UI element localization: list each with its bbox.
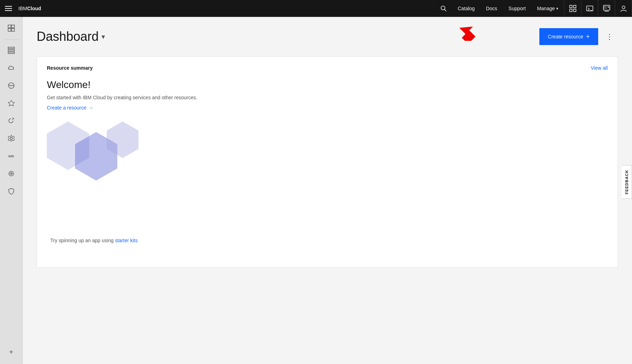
svg-point-3 [441, 6, 445, 10]
search-button[interactable] [435, 0, 452, 17]
more-options-button[interactable]: ⋮ [601, 28, 618, 45]
manage-chevron-icon: ▾ [556, 6, 558, 11]
svg-rect-25 [8, 52, 14, 54]
app-switcher-button[interactable] [564, 0, 581, 17]
docs-link[interactable]: Docs [480, 0, 503, 17]
starter-kits-text: Try spinning up an app using starter kit… [50, 238, 608, 243]
page-title: Dashboard [37, 29, 99, 44]
svg-rect-21 [8, 29, 11, 31]
sidebar: vm + [0, 17, 23, 364]
sidebar-item-dashboard[interactable] [3, 20, 20, 37]
sidebar-item-security[interactable] [3, 183, 20, 200]
top-navigation: IBM Cloud Catalog Docs Support Manage ▾ [0, 0, 632, 17]
hex-illustration [47, 118, 138, 188]
svg-rect-1 [5, 8, 12, 9]
svg-rect-8 [574, 9, 576, 12]
svg-rect-9 [587, 6, 593, 11]
nav-links: Catalog Docs Support Manage ▾ [452, 0, 564, 17]
catalog-link[interactable]: Catalog [452, 0, 480, 17]
svg-rect-2 [5, 10, 12, 11]
create-resource-button[interactable]: Create resource + [539, 28, 598, 45]
view-all-link[interactable]: View all [591, 65, 608, 71]
svg-rect-19 [8, 25, 11, 28]
sidebar-item-vm[interactable]: vm [3, 148, 20, 164]
sidebar-item-resource-list[interactable] [3, 42, 20, 59]
feedback-tab[interactable]: FEEDBACK [622, 165, 632, 199]
svg-rect-23 [8, 47, 14, 49]
sidebar-add-button[interactable]: + [3, 344, 20, 360]
card-header: Resource summary View all [47, 65, 608, 71]
topnav-icon-group [564, 0, 632, 17]
sidebar-item-activity[interactable] [3, 77, 20, 94]
sidebar-item-catalog[interactable] [3, 95, 20, 112]
sidebar-divider-1 [4, 39, 18, 40]
create-resource-label: Create resource [548, 34, 583, 39]
sidebar-item-kubernetes[interactable] [3, 165, 20, 182]
support-link[interactable]: Support [503, 0, 531, 17]
svg-point-17 [622, 6, 625, 9]
svg-rect-7 [570, 9, 572, 12]
sidebar-item-cloud[interactable] [3, 59, 20, 76]
page-title-area: Dashboard ▾ [37, 29, 105, 44]
svg-line-4 [445, 10, 447, 12]
welcome-title: Welcome! [47, 79, 608, 90]
svg-rect-6 [574, 5, 576, 8]
resource-summary-card: Resource summary View all Welcome! Get s… [37, 56, 618, 268]
sidebar-item-settings-gear[interactable] [3, 130, 20, 147]
manage-link[interactable]: Manage ▾ [531, 0, 564, 17]
vm-label: vm [8, 154, 14, 158]
svg-rect-5 [570, 5, 572, 8]
card-title: Resource summary [47, 65, 93, 71]
hamburger-menu[interactable] [0, 0, 17, 17]
svg-rect-24 [8, 50, 14, 51]
svg-rect-20 [12, 25, 14, 28]
edit-notifications-button[interactable] [598, 0, 615, 17]
create-resource-plus-icon: + [586, 33, 590, 40]
main-content: Dashboard ▾ Create resource + ⋮ Resource… [23, 17, 632, 364]
svg-rect-0 [5, 6, 12, 7]
plus-icon: + [9, 348, 13, 356]
page-header: Dashboard ▾ Create resource + ⋮ [37, 28, 618, 45]
app-logo[interactable]: IBM Cloud [17, 6, 47, 11]
sidebar-add-section: + [3, 344, 20, 361]
svg-marker-27 [8, 100, 14, 106]
cloud-shell-button[interactable] [581, 0, 598, 17]
starter-kits-link[interactable]: starter kits [115, 238, 138, 243]
sidebar-item-refresh[interactable] [3, 112, 20, 129]
header-actions: Create resource + ⋮ [539, 28, 618, 45]
create-link-arrow-icon: → [88, 105, 93, 111]
create-a-resource-link[interactable]: Create a resource → [47, 105, 93, 111]
user-profile-button[interactable] [615, 0, 632, 17]
svg-point-28 [10, 137, 12, 139]
create-link-label: Create a resource [47, 105, 86, 111]
page-title-chevron-icon[interactable]: ▾ [101, 32, 105, 41]
svg-rect-22 [12, 29, 14, 31]
welcome-description: Get started with IBM Cloud by creating s… [47, 95, 608, 100]
